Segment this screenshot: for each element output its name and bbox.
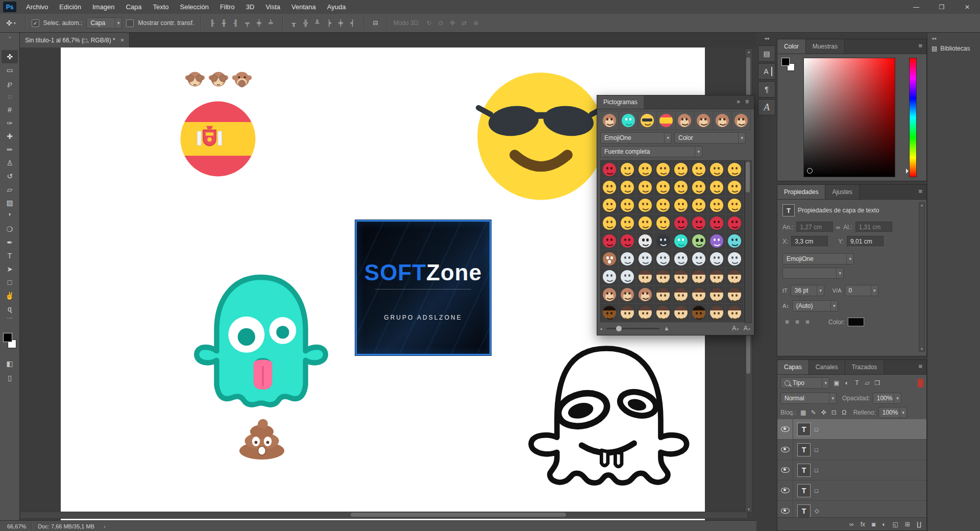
distribute-top-edges-icon[interactable]: ╥ — [289, 19, 299, 27]
zoom-level-field[interactable]: 66,67% — [0, 523, 32, 529]
paragraph-panel-icon[interactable]: ¶ — [759, 82, 774, 97]
quick-selection-tool[interactable]: ◌ — [2, 90, 18, 103]
panel-menu-icon[interactable]: ≡ — [918, 185, 926, 199]
clone-stamp-tool[interactable]: ♙ — [2, 156, 18, 170]
menu-item-ayuda[interactable]: Ayuda — [322, 0, 352, 14]
color-picker-cursor[interactable] — [807, 168, 813, 174]
brush-tool[interactable]: ✏ — [2, 143, 18, 156]
poop-artwork[interactable] — [235, 412, 289, 461]
foreground-swatch[interactable] — [781, 58, 790, 66]
layer-row-4[interactable]: T□ — [777, 480, 926, 501]
glyph-cell-pile-of-poo[interactable] — [601, 250, 619, 268]
glyph-cell-astonished-face[interactable] — [601, 214, 619, 232]
glyph-cell-bride[interactable] — [672, 304, 690, 322]
glyph-recent-ghost[interactable] — [619, 111, 638, 130]
glyph-cell-man-with-turban[interactable] — [601, 304, 619, 322]
text-layer-thumbnail[interactable]: T — [797, 484, 811, 497]
link-layers-icon[interactable]: ∞ — [849, 521, 854, 528]
layer-visibility-toggle[interactable] — [777, 480, 793, 500]
glyph-cell-stuck-out-tongue[interactable] — [690, 197, 708, 214]
zoom-tool[interactable]: ɋ — [2, 302, 18, 316]
auto-align-layers-icon[interactable]: ⊟ — [371, 19, 381, 27]
glyph-cell-skull-and-crossbones[interactable] — [654, 232, 672, 250]
eyedropper-tool[interactable]: ✑ — [2, 116, 18, 130]
glyph-cell-hear-no-evil-monkey[interactable] — [619, 286, 636, 304]
glyph-cell-face-with-steam[interactable] — [708, 161, 726, 179]
lock-image-pixels-icon[interactable]: ✎ — [809, 409, 818, 416]
text-layer-thumbnail[interactable]: T — [797, 504, 811, 518]
filter-smart-objects-icon[interactable]: ❒ — [873, 379, 882, 387]
menu-item-3d[interactable]: 3D — [240, 0, 260, 14]
eraser-tool[interactable]: ▱ — [2, 183, 18, 196]
glyphs-panel-icon[interactable]: A — [759, 100, 774, 115]
horizontal-type-tool[interactable]: T — [2, 249, 18, 262]
3d-roll-icon[interactable]: ⊙ — [436, 19, 446, 27]
text-layer-thumbnail[interactable]: T — [797, 464, 811, 477]
glyph-cell-money-mouth-face[interactable] — [672, 179, 690, 197]
menu-item-ventana[interactable]: Ventana — [286, 0, 322, 14]
fill-dropdown[interactable]: 100% ▾ — [878, 407, 907, 418]
auto-select-dropdown[interactable]: Capa ▾ — [86, 17, 122, 29]
see-no-evil-monkey-artwork[interactable] — [183, 68, 207, 92]
lock-transparent-pixels-icon[interactable]: ▦ — [799, 409, 808, 416]
foreground-background-swatches[interactable] — [3, 333, 16, 348]
glyph-cell-joy-cat[interactable] — [654, 250, 672, 268]
align-text-right-icon[interactable]: ≡ — [803, 318, 812, 326]
libraries-panel-tab[interactable]: ▤ Bibliotecas — [927, 42, 980, 55]
new-group-icon[interactable]: ◱ — [893, 521, 898, 528]
glyph-font-zoom-icon-2[interactable]: A₊ — [744, 325, 751, 332]
lock-all-icon[interactable]: Ω — [840, 409, 849, 416]
glyph-cell-see-no-evil-monkey[interactable] — [601, 286, 619, 304]
glyphs-panel-tab[interactable]: Pictogramas — [597, 95, 644, 109]
tab-ajustes[interactable]: Ajustes — [825, 185, 859, 199]
collapse-panel-icon[interactable]: » — [737, 98, 740, 109]
font-family-dropdown[interactable]: EmojiOne ▾ — [782, 253, 854, 264]
glyph-cell-weary-face[interactable] — [690, 161, 708, 179]
menu-item-capa[interactable]: Capa — [120, 0, 147, 14]
tab-color[interactable]: Color — [777, 39, 806, 54]
history-brush-tool[interactable]: ↺ — [2, 170, 18, 183]
glyph-recent-monkey-face[interactable] — [600, 111, 619, 130]
scroll-down-icon[interactable]: ▾ — [919, 347, 924, 351]
rectangle-tool[interactable]: □ — [2, 276, 18, 289]
glyph-cell-pouting-face[interactable] — [601, 161, 619, 179]
glyph-scope-dropdown[interactable]: Fuente completa ▾ — [600, 146, 702, 157]
filter-pixel-layers-icon[interactable]: ▣ — [832, 379, 841, 387]
glyph-cell-person-with-blond-hair[interactable] — [726, 268, 744, 286]
document-tab[interactable]: Sin título-1 al 66,7% (□, RGB/8) * × — [20, 33, 130, 47]
font-style-dropdown[interactable]: ▾ — [782, 268, 844, 279]
lasso-tool[interactable]: ℘ — [2, 77, 18, 90]
y-field[interactable]: 9,01 cm — [847, 236, 884, 247]
distribute-right-edges-icon[interactable]: ╡ — [348, 19, 358, 27]
glyph-cell-disappointed-face[interactable] — [690, 179, 708, 197]
glyph-size-slider[interactable] — [606, 328, 659, 329]
glyph-grid-scrollbar[interactable] — [745, 160, 752, 323]
glyph-cell-japanese-ogre[interactable] — [601, 232, 619, 250]
glyph-cell-japanese-goblin[interactable] — [619, 232, 636, 250]
blur-tool[interactable]: ❜ — [2, 209, 18, 223]
glyph-cell-unamused-face[interactable] — [636, 179, 654, 197]
align-horizontal-centers-icon[interactable]: ╫ — [219, 19, 229, 27]
zoom-in-glyphs-icon[interactable]: ▲ — [664, 325, 670, 332]
glyph-cell-girl[interactable] — [672, 268, 690, 286]
glyph-cell-face-with-rolling-eyes[interactable] — [654, 179, 672, 197]
glyph-cell-face-with-tears-of-joy[interactable] — [601, 197, 619, 214]
spain-flag-artwork[interactable] — [179, 100, 257, 178]
align-text-center-icon[interactable]: ≡ — [793, 318, 802, 326]
glyph-cell-smiling-imp[interactable] — [726, 214, 744, 232]
align-right-edges-icon[interactable]: ╢ — [231, 19, 241, 27]
hear-no-evil-monkey-artwork[interactable] — [207, 68, 230, 92]
layer-visibility-toggle[interactable] — [777, 440, 793, 460]
lock-artboard-icon[interactable]: ⊡ — [829, 409, 839, 416]
text-layer-thumbnail[interactable]: T — [797, 443, 811, 456]
glyph-cell-space-invader[interactable] — [708, 232, 726, 250]
menu-item-seleccion[interactable]: Selección — [175, 0, 214, 14]
glyph-cell-princess[interactable] — [726, 286, 744, 304]
glyph-cell-ghost[interactable] — [672, 232, 690, 250]
horizontal-scrollbar[interactable] — [20, 512, 748, 519]
align-text-left-icon[interactable]: ≡ — [782, 318, 792, 326]
x-field[interactable]: 3,3 cm — [791, 236, 828, 247]
glyph-recent-speak-no-evil-monkey[interactable] — [713, 111, 732, 130]
status-expand-icon[interactable]: › — [101, 523, 109, 529]
speak-no-evil-monkey-artwork[interactable] — [230, 68, 254, 92]
